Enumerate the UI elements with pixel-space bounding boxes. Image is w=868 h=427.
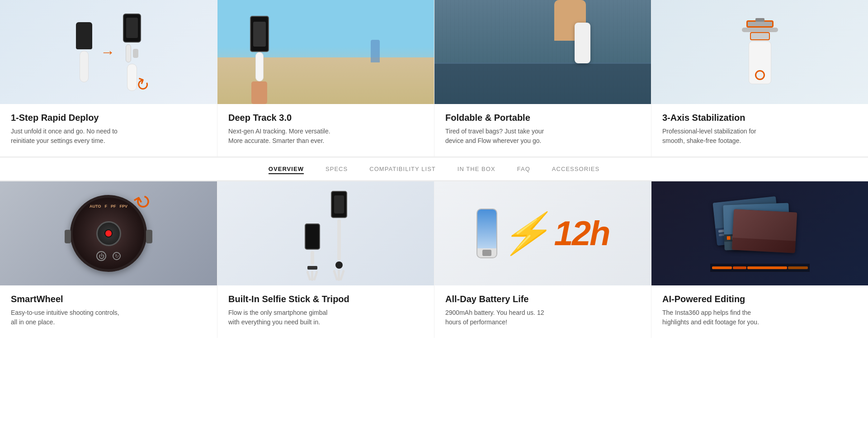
feature-title-deep-track: Deep Track 3.0 [228, 112, 423, 123]
card-content-selfie-stick: Built-In Selfie Stick & Tripod Flow is t… [217, 294, 434, 338]
card-content-battery: All-Day Battery Life 2900mAh battery. Yo… [434, 294, 651, 338]
feature-card-selfie-stick: Built-In Selfie Stick & Tripod Flow is t… [217, 181, 434, 338]
feature-image-smartwheel: AUTO F PF FPV [0, 181, 217, 285]
nav-item-in-the-box[interactable]: IN THE BOX [458, 164, 495, 174]
feature-title-selfie-stick: Built-In Selfie Stick & Tripod [228, 294, 423, 304]
card-content-deep-track: Deep Track 3.0 Next-gen AI tracking. Mor… [217, 112, 434, 157]
card-content-smartwheel: SmartWheel Easy-to-use intuitive shootin… [0, 294, 217, 338]
nav-item-overview[interactable]: OVERVIEW [269, 164, 304, 174]
feature-desc-deep-track: Next-gen AI tracking. More versatile. Mo… [228, 127, 423, 146]
feature-desc-battery: 2900mAh battery. You heard us. 12 hours … [445, 308, 640, 327]
nav-item-compatibility[interactable]: COMPATIBILITY LIST [369, 164, 436, 174]
feature-image-battery: ⚡ 12h [434, 181, 651, 285]
feature-image-3axis [651, 0, 868, 104]
feature-title-ai-editing: AI-Powered Editing [662, 294, 857, 304]
top-features-grid: → ↻ [0, 0, 868, 157]
feature-image-selfie-stick [217, 181, 434, 285]
card-content-3axis: 3-Axis Stabilization Professional-level … [651, 112, 868, 157]
feature-title-battery: All-Day Battery Life [445, 294, 640, 304]
feature-desc-selfie-stick: Flow is the only smartphone gimbal with … [228, 308, 423, 327]
feature-card-rapid-deploy: → ↻ [0, 0, 217, 157]
feature-card-deep-track: Deep Track 3.0 Next-gen AI tracking. Mor… [217, 0, 434, 157]
feature-card-foldable: Foldable & Portable Tired of travel bags… [434, 0, 651, 157]
feature-title-smartwheel: SmartWheel [11, 294, 206, 304]
feature-image-foldable [434, 0, 651, 104]
nav-item-faq[interactable]: FAQ [517, 164, 530, 174]
card-content-foldable: Foldable & Portable Tired of travel bags… [434, 112, 651, 157]
feature-desc-smartwheel: Easy-to-use intuitive shooting controls,… [11, 308, 206, 327]
feature-desc-ai-editing: The Insta360 app helps find the highligh… [662, 308, 857, 327]
feature-card-ai-editing: Traveling diary [651, 181, 868, 338]
feature-card-battery: ⚡ 12h All-Day Battery Life 2900mAh batte… [434, 181, 651, 338]
feature-title-rapid-deploy: 1-Step Rapid Deploy [11, 112, 206, 123]
feature-desc-foldable: Tired of travel bags? Just take your dev… [445, 127, 640, 146]
feature-desc-3axis: Professional-level stabilization for smo… [662, 127, 857, 146]
feature-image-deep-track [217, 0, 434, 104]
feature-desc-rapid-deploy: Just unfold it once and go. No need to r… [11, 127, 206, 146]
card-content-rapid-deploy: 1-Step Rapid Deploy Just unfold it once … [0, 112, 217, 157]
feature-image-ai-editing: Traveling diary [651, 181, 868, 285]
bottom-features-grid: AUTO F PF FPV [0, 181, 868, 338]
navigation-bar: OVERVIEW SPECS COMPATIBILITY LIST IN THE… [0, 157, 868, 181]
nav-item-specs[interactable]: SPECS [326, 164, 348, 174]
feature-card-3axis: 3-Axis Stabilization Professional-level … [651, 0, 868, 157]
card-content-ai-editing: AI-Powered Editing The Insta360 app help… [651, 294, 868, 338]
page-wrapper: → ↻ [0, 0, 868, 338]
feature-title-3axis: 3-Axis Stabilization [662, 112, 857, 123]
battery-hours: 12h [554, 216, 609, 251]
feature-title-foldable: Foldable & Portable [445, 112, 640, 123]
feature-card-smartwheel: AUTO F PF FPV [0, 181, 217, 338]
feature-image-rapid-deploy: → ↻ [0, 0, 217, 104]
nav-item-accessories[interactable]: ACCESSORIES [552, 164, 599, 174]
